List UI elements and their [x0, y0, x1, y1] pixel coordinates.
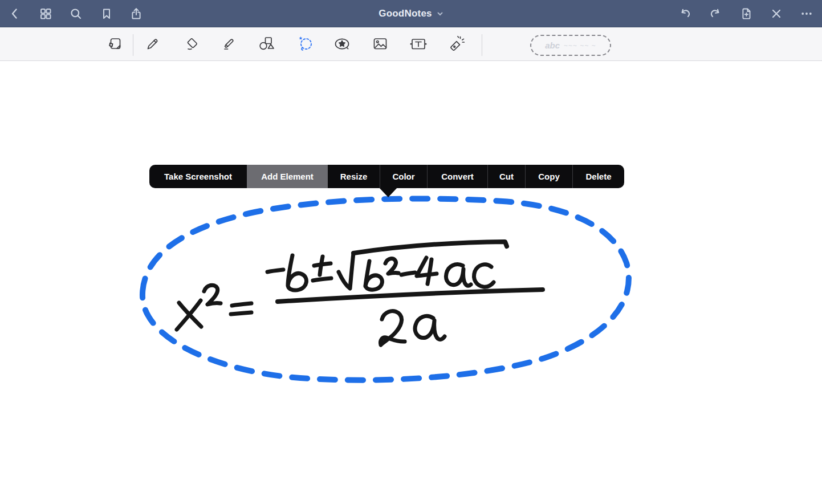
menu-item-add-element[interactable]: Add Element: [247, 165, 328, 188]
menu-item-take-screenshot[interactable]: Take Screenshot: [149, 165, 247, 188]
shapes-icon: [258, 35, 276, 55]
chevron-down-icon: [437, 9, 443, 19]
redo-button[interactable]: [705, 3, 726, 24]
note-canvas[interactable]: [0, 0, 822, 504]
sticker-icon: [332, 35, 352, 55]
menu-item-resize[interactable]: Resize: [328, 165, 380, 188]
image-tool-button[interactable]: [371, 35, 390, 55]
handwriting-placeholder-scribble: ~~~ ~~ ~: [564, 42, 596, 50]
redo-icon: [709, 7, 722, 21]
search-button[interactable]: [66, 3, 86, 24]
laser-pointer-tool-button[interactable]: [447, 35, 466, 55]
eraser-tool-button[interactable]: [182, 35, 202, 55]
lasso-icon: [295, 35, 315, 55]
back-button[interactable]: [5, 3, 25, 24]
lasso-selection[interactable]: [143, 198, 629, 380]
text-tool-button[interactable]: [409, 35, 428, 55]
text-icon: [409, 35, 428, 55]
shapes-tool-button[interactable]: [257, 35, 276, 55]
back-icon: [8, 7, 22, 21]
close-icon: [770, 7, 783, 21]
handwriting-placeholder-abc: abc: [545, 40, 560, 50]
pages-overview-button[interactable]: [35, 3, 56, 24]
search-icon: [69, 7, 83, 21]
pages-grid-icon: [39, 7, 52, 21]
menu-item-color[interactable]: Color: [380, 165, 427, 188]
more-options-button[interactable]: [796, 3, 817, 24]
document-pen-tool-button[interactable]: [105, 35, 125, 55]
sticker-tool-button[interactable]: [332, 35, 352, 55]
handwritten-formula: [177, 242, 543, 345]
pen-tool-button[interactable]: [143, 35, 162, 55]
close-button[interactable]: [766, 3, 787, 24]
share-button[interactable]: [126, 3, 147, 24]
undo-button[interactable]: [675, 3, 695, 24]
lasso-tool-button[interactable]: [295, 35, 315, 55]
bookmark-icon: [100, 7, 113, 21]
add-page-button[interactable]: [736, 3, 756, 24]
document-title-area: GoodNotes: [0, 0, 822, 27]
bookmark-button[interactable]: [96, 3, 117, 24]
menu-item-convert[interactable]: Convert: [427, 165, 487, 188]
tools-toolbar: abc ~~~ ~~ ~: [0, 28, 822, 61]
add-page-icon: [739, 7, 753, 21]
document-pen-icon: [107, 35, 124, 55]
toolbar-divider: [482, 34, 482, 56]
goodnotes-app-window: GoodNotes: [0, 0, 822, 504]
menu-item-delete[interactable]: Delete: [572, 165, 624, 188]
context-menu-pointer: [379, 187, 398, 197]
eraser-icon: [184, 35, 201, 55]
image-icon: [372, 35, 389, 55]
handwriting-input-field[interactable]: abc ~~~ ~~ ~: [530, 35, 611, 56]
menu-item-cut[interactable]: Cut: [487, 165, 525, 188]
share-icon: [129, 7, 143, 21]
menu-item-copy[interactable]: Copy: [525, 165, 572, 188]
undo-icon: [678, 7, 692, 21]
highlighter-tool-button[interactable]: [221, 35, 240, 55]
pen-icon: [144, 35, 161, 55]
highlighter-icon: [222, 35, 239, 55]
page-title[interactable]: GoodNotes: [379, 8, 432, 19]
top-navigation-bar: GoodNotes: [0, 0, 822, 27]
more-icon: [800, 7, 813, 21]
toolbar-divider: [133, 34, 133, 56]
selection-context-menu: Take Screenshot Add Element Resize Color…: [149, 165, 624, 188]
laser-pointer-icon: [447, 35, 466, 55]
